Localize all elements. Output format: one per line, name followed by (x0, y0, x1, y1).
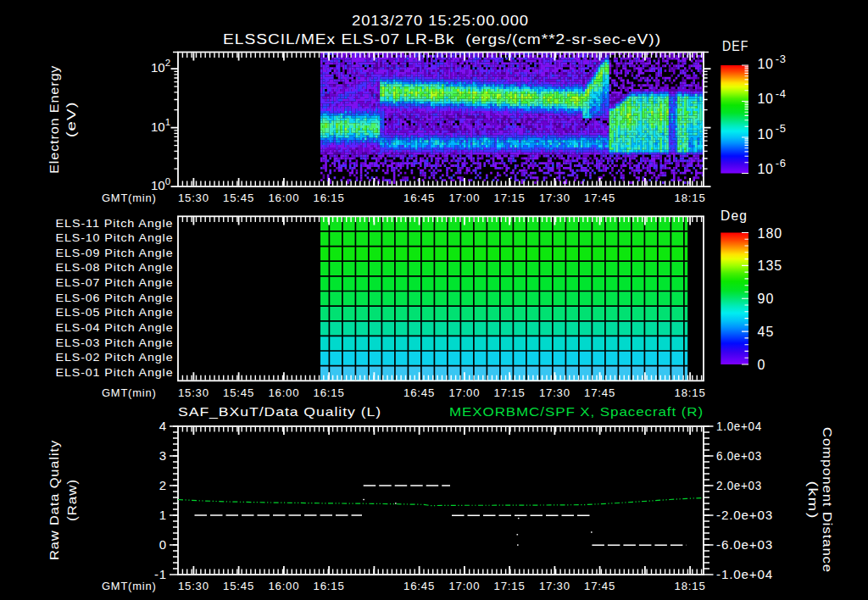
svg-text:ELS-03 Pitch Angle: ELS-03 Pitch Angle (56, 336, 174, 349)
svg-text:17:15: 17:15 (494, 386, 526, 399)
svg-text:17:45: 17:45 (584, 580, 615, 592)
svg-text:135: 135 (758, 258, 783, 273)
svg-text:DEF: DEF (722, 39, 749, 53)
svg-text:2.0e+03: 2.0e+03 (716, 478, 762, 492)
svg-text:45: 45 (758, 325, 775, 339)
svg-text:16:15: 16:15 (314, 386, 345, 399)
svg-text:ELS-06 Pitch Angle: ELS-06 Pitch Angle (56, 292, 174, 304)
svg-text:0: 0 (159, 537, 167, 552)
svg-text:2: 2 (159, 478, 167, 492)
svg-text:16:00: 16:00 (268, 192, 299, 204)
svg-text:17:45: 17:45 (584, 192, 615, 204)
svg-text:1: 1 (159, 508, 167, 522)
svg-text:Raw Data Quality: Raw Data Quality (47, 440, 61, 560)
svg-text:17:15: 17:15 (494, 580, 526, 592)
svg-text:17:15: 17:15 (494, 192, 526, 204)
svg-text:-6.0e+03: -6.0e+03 (716, 537, 773, 552)
svg-text:17:30: 17:30 (539, 580, 570, 592)
svg-text:Component Distance: Component Distance (821, 427, 835, 573)
svg-text:GMT(min): GMT(min) (102, 580, 157, 592)
svg-text:18:15: 18:15 (675, 386, 706, 399)
svg-text:15:45: 15:45 (223, 192, 254, 204)
svg-text:ELS-11 Pitch Angle: ELS-11 Pitch Angle (56, 217, 174, 230)
svg-text:15:30: 15:30 (178, 192, 209, 204)
svg-text:17:30: 17:30 (539, 192, 570, 204)
svg-text:15:45: 15:45 (223, 580, 254, 592)
svg-text:16:00: 16:00 (268, 580, 299, 592)
svg-text:ELS-10 Pitch Angle: ELS-10 Pitch Angle (56, 231, 174, 244)
svg-text:ELS-05 Pitch Angle: ELS-05 Pitch Angle (56, 306, 174, 319)
svg-text:Deg: Deg (721, 208, 748, 223)
svg-text:Electron Energy: Electron Energy (47, 65, 61, 174)
svg-text:3: 3 (159, 448, 167, 463)
svg-text:16:15: 16:15 (314, 580, 345, 592)
svg-text:180: 180 (758, 226, 783, 241)
svg-text:17:30: 17:30 (539, 386, 570, 399)
svg-text:17:00: 17:00 (448, 386, 480, 399)
svg-text:16:45: 16:45 (403, 386, 435, 399)
svg-text:18:15: 18:15 (675, 580, 706, 592)
svg-text:4: 4 (159, 419, 167, 433)
svg-text:ELS-07 Pitch Angle: ELS-07 Pitch Angle (56, 276, 174, 289)
svg-text:ELSSCIL/MEx ELS-07 LR-Bk (erg: ELSSCIL/MEx ELS-07 LR-Bk (ergs/(cm**2-sr… (223, 32, 661, 47)
svg-text:ELS-02 Pitch Angle: ELS-02 Pitch Angle (56, 351, 174, 364)
svg-text:16:15: 16:15 (314, 192, 345, 204)
svg-text:15:30: 15:30 (178, 580, 209, 592)
svg-text:15:45: 15:45 (223, 386, 254, 399)
svg-text:ELS-04 Pitch Angle: ELS-04 Pitch Angle (56, 321, 174, 334)
svg-text:18:15: 18:15 (675, 192, 706, 204)
svg-text:GMT(min): GMT(min) (102, 386, 157, 399)
svg-text:6.0e+03: 6.0e+03 (716, 448, 762, 463)
svg-text:(km): (km) (806, 481, 821, 519)
svg-text:(eV): (eV) (64, 101, 79, 137)
svg-text:16:00: 16:00 (268, 386, 299, 399)
svg-text:17:00: 17:00 (448, 580, 480, 592)
svg-text:16:45: 16:45 (403, 192, 435, 204)
svg-text:ELS-09 Pitch Angle: ELS-09 Pitch Angle (56, 247, 174, 259)
svg-text:ELS-08 Pitch Angle: ELS-08 Pitch Angle (56, 261, 174, 274)
svg-text:15:30: 15:30 (178, 386, 209, 399)
svg-text:17:45: 17:45 (584, 386, 615, 399)
svg-text:16:45: 16:45 (403, 580, 435, 592)
svg-text:SAF_BXuT/Data Quality (L): SAF_BXuT/Data Quality (L) (178, 404, 381, 419)
svg-text:17:00: 17:00 (448, 192, 480, 204)
svg-text:0: 0 (758, 358, 766, 372)
svg-text:2013/270 15:25:00.000: 2013/270 15:25:00.000 (352, 14, 529, 28)
svg-text:GMT(min): GMT(min) (102, 192, 157, 204)
svg-text:-2.0e+03: -2.0e+03 (716, 508, 773, 522)
svg-text:MEXORBMC/SPF X, Spacecraft (R): MEXORBMC/SPF X, Spacecraft (R) (449, 404, 704, 419)
svg-text:1.0e+04: 1.0e+04 (716, 419, 762, 433)
svg-text:(Raw): (Raw) (64, 479, 79, 521)
svg-text:-1.0e+04: -1.0e+04 (716, 567, 773, 581)
svg-text:90: 90 (758, 292, 775, 306)
svg-text:ELS-01 Pitch Angle: ELS-01 Pitch Angle (56, 366, 174, 379)
